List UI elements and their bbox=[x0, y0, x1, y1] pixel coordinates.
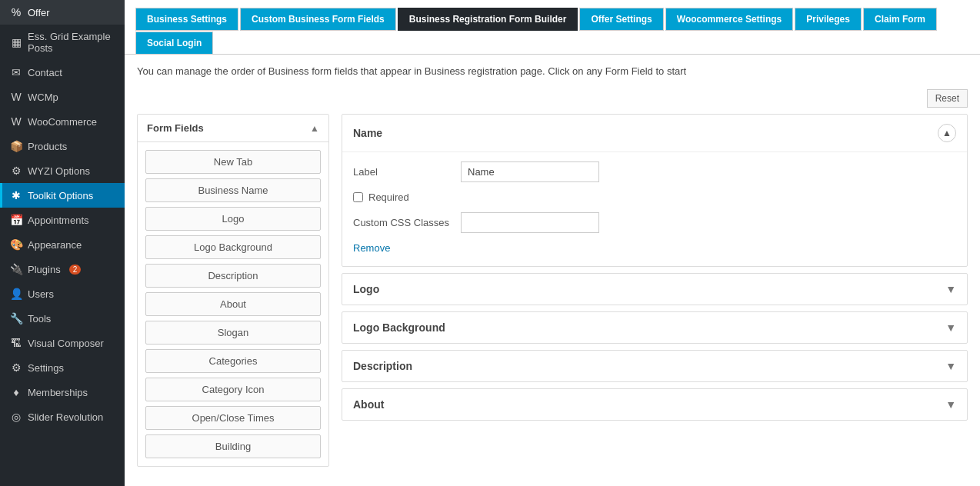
sidebar-item-label-wyzi-options: WYZI Options bbox=[28, 165, 90, 177]
description-section: Description▼ bbox=[342, 350, 968, 382]
sidebar-item-tools[interactable]: 🔧Tools bbox=[0, 306, 125, 331]
logo-section: Logo▼ bbox=[342, 273, 968, 305]
field-item-logo-background[interactable]: Logo Background bbox=[145, 235, 321, 259]
collapsed-sections-container: Logo▼Logo Background▼Description▼About▼ bbox=[342, 273, 968, 421]
sidebar-item-appearance[interactable]: 🎨Appearance bbox=[0, 232, 125, 257]
wyzi-options-icon: ⚙ bbox=[10, 165, 22, 177]
logo-background-chevron-down-icon: ▼ bbox=[945, 321, 956, 334]
reset-button[interactable]: Reset bbox=[927, 89, 968, 108]
tab-custom-business-form-fields[interactable]: Custom Business Form Fields bbox=[240, 8, 396, 31]
sidebar-item-visual-composer[interactable]: 🏗Visual Composer bbox=[0, 331, 125, 355]
form-fields-panel: Form Fields ▲ New TabBusiness NameLogoLo… bbox=[137, 114, 329, 467]
panel-title: Form Fields bbox=[147, 122, 204, 134]
logo-background-section-header[interactable]: Logo Background▼ bbox=[342, 312, 967, 343]
sidebar: %Offer▦Ess. Grid Example Posts✉ContactWW… bbox=[0, 0, 125, 486]
toolkit-options-icon: ✱ bbox=[10, 189, 22, 201]
about-section: About▼ bbox=[342, 388, 968, 421]
form-fields-list: New TabBusiness NameLogoLogo BackgroundD… bbox=[138, 142, 328, 466]
name-section: Name ▲ Label Required Custom CSS Classes bbox=[342, 114, 968, 267]
appearance-icon: 🎨 bbox=[10, 238, 22, 251]
sidebar-item-label-slider-revolution: Slider Revolution bbox=[28, 411, 103, 423]
slider-revolution-icon: ◎ bbox=[10, 411, 22, 423]
products-icon: 📦 bbox=[10, 140, 22, 152]
label-input[interactable] bbox=[461, 161, 599, 182]
sidebar-item-label-wcmp: WCMp bbox=[28, 92, 58, 103]
description-section-header[interactable]: Description▼ bbox=[342, 351, 967, 381]
tab-social-login[interactable]: Social Login bbox=[135, 32, 213, 55]
field-item-business-name[interactable]: Business Name bbox=[145, 178, 321, 202]
logo-background-section: Logo Background▼ bbox=[342, 311, 968, 344]
visual-composer-icon: 🏗 bbox=[10, 337, 22, 349]
css-classes-input[interactable] bbox=[461, 212, 599, 233]
sidebar-item-plugins[interactable]: 🔌Plugins2 bbox=[0, 257, 125, 281]
sidebar-item-wcmp[interactable]: WWCMp bbox=[0, 85, 125, 109]
page-description: You can manage the order of Business for… bbox=[125, 55, 980, 85]
required-checkbox[interactable] bbox=[353, 192, 363, 202]
sidebar-item-appointments[interactable]: 📅Appointments bbox=[0, 208, 125, 232]
logo-chevron-down-icon: ▼ bbox=[945, 283, 956, 295]
reset-row: Reset bbox=[125, 85, 980, 108]
sidebar-item-products[interactable]: 📦Products bbox=[0, 134, 125, 158]
sidebar-item-users[interactable]: 👤Users bbox=[0, 281, 125, 306]
tab-woocommerce-settings[interactable]: Woocommerce Settings bbox=[665, 8, 793, 31]
sidebar-item-woocommerce[interactable]: WWooCommerce bbox=[0, 109, 125, 134]
label-field-label: Label bbox=[353, 166, 453, 178]
wcmp-icon: W bbox=[10, 91, 22, 103]
users-icon: 👤 bbox=[10, 288, 22, 300]
css-classes-row: Custom CSS Classes bbox=[353, 212, 956, 233]
field-item-about[interactable]: About bbox=[145, 292, 321, 316]
woocommerce-icon: W bbox=[10, 115, 22, 128]
sidebar-item-slider-revolution[interactable]: ◎Slider Revolution bbox=[0, 404, 125, 429]
field-item-new-tab[interactable]: New Tab bbox=[145, 150, 321, 174]
sidebar-item-contact[interactable]: ✉Contact bbox=[0, 60, 125, 85]
field-item-slogan[interactable]: Slogan bbox=[145, 321, 321, 345]
sidebar-item-label-appearance: Appearance bbox=[28, 239, 82, 251]
required-label: Required bbox=[368, 191, 409, 203]
tools-icon: 🔧 bbox=[10, 312, 22, 325]
sidebar-item-label-visual-composer: Visual Composer bbox=[28, 338, 104, 349]
field-item-open-close-times[interactable]: Open/Close Times bbox=[145, 406, 321, 430]
sidebar-item-settings[interactable]: ⚙Settings bbox=[0, 355, 125, 380]
tab-offer-settings[interactable]: Offer Settings bbox=[579, 8, 663, 31]
plugins-icon: 🔌 bbox=[10, 263, 22, 275]
sidebar-item-offer[interactable]: %Offer bbox=[0, 0, 125, 25]
tab-business-settings[interactable]: Business Settings bbox=[135, 8, 238, 31]
about-section-header[interactable]: About▼ bbox=[342, 389, 967, 420]
remove-link[interactable]: Remove bbox=[353, 242, 390, 254]
field-item-categories[interactable]: Categories bbox=[145, 349, 321, 373]
name-section-body: Label Required Custom CSS Classes Remove bbox=[342, 151, 967, 266]
field-item-category-icon[interactable]: Category Icon bbox=[145, 378, 321, 401]
sidebar-item-toolkit-options[interactable]: ✱Toolkit Options bbox=[0, 183, 125, 208]
sidebar-item-label-ess-grid: Ess. Grid Example Posts bbox=[28, 31, 117, 54]
sidebar-item-label-toolkit-options: Toolkit Options bbox=[28, 190, 93, 201]
sidebar-item-label-tools: Tools bbox=[28, 313, 51, 325]
name-section-title: Name bbox=[353, 127, 382, 139]
tab-business-registration-form-builder[interactable]: Business Registration Form Builder bbox=[398, 8, 578, 31]
name-section-up-button[interactable]: ▲ bbox=[938, 124, 956, 142]
sidebar-item-label-appointments: Appointments bbox=[28, 215, 89, 226]
sidebar-item-wyzi-options[interactable]: ⚙WYZI Options bbox=[0, 158, 125, 183]
field-item-logo[interactable]: Logo bbox=[145, 207, 321, 231]
field-item-building[interactable]: Building bbox=[145, 434, 321, 458]
tabs-bar: Business SettingsCustom Business Form Fi… bbox=[125, 0, 980, 55]
description-section-title: Description bbox=[353, 360, 412, 372]
logo-section-title: Logo bbox=[353, 283, 379, 295]
sidebar-item-label-contact: Contact bbox=[28, 67, 62, 78]
field-item-description[interactable]: Description bbox=[145, 264, 321, 288]
panel-header: Form Fields ▲ bbox=[138, 115, 328, 142]
tab-claim-form[interactable]: Claim Form bbox=[863, 8, 937, 31]
sidebar-item-ess-grid[interactable]: ▦Ess. Grid Example Posts bbox=[0, 25, 125, 60]
logo-background-section-title: Logo Background bbox=[353, 321, 445, 334]
sidebar-item-label-settings: Settings bbox=[28, 362, 64, 374]
name-section-header[interactable]: Name ▲ bbox=[342, 115, 967, 151]
tab-privileges[interactable]: Privileges bbox=[795, 8, 862, 31]
contact-icon: ✉ bbox=[10, 66, 22, 78]
logo-section-header[interactable]: Logo▼ bbox=[342, 274, 967, 305]
memberships-icon: ♦ bbox=[10, 386, 22, 398]
sidebar-item-memberships[interactable]: ♦Memberships bbox=[0, 380, 125, 404]
sidebar-item-label-woocommerce: WooCommerce bbox=[28, 116, 97, 128]
sidebar-item-label-products: Products bbox=[28, 141, 67, 152]
sidebar-item-label-memberships: Memberships bbox=[28, 387, 88, 398]
content-area: Form Fields ▲ New TabBusiness NameLogoLo… bbox=[125, 108, 980, 473]
required-row: Required bbox=[353, 191, 956, 203]
